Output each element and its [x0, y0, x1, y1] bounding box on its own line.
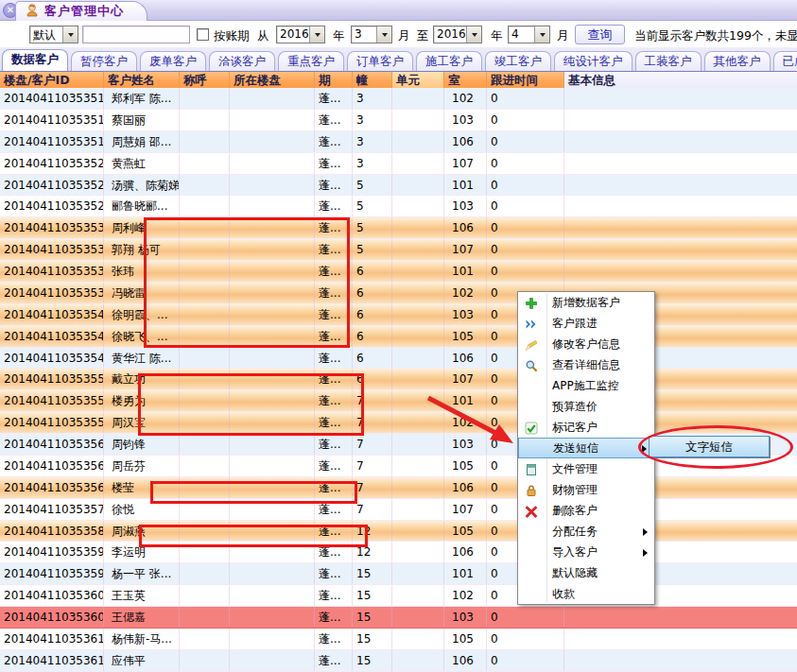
chevron-down-icon[interactable]	[62, 26, 78, 43]
table-row[interactable]: 2014041103536120杨伟新-马...蓬...151050	[0, 629, 797, 650]
chevron-down-icon[interactable]	[534, 26, 549, 43]
menu-item-查看详细信息[interactable]: 查看详细信息	[518, 354, 654, 375]
column-header[interactable]: 客户姓名	[104, 72, 180, 89]
table-row[interactable]: 2014041103535144郑利军 陈...蓬...31020	[0, 88, 797, 110]
column-header[interactable]: 期	[315, 72, 353, 89]
menu-item-导入客户[interactable]: 导入客户	[518, 542, 654, 562]
menu-item-财物管理[interactable]: 财物管理	[518, 479, 654, 500]
table-cell	[230, 196, 315, 216]
menu-item-文件管理[interactable]: 文件管理	[518, 458, 654, 479]
menu-item-label: 导入客户	[552, 545, 598, 559]
to-month-dropdown[interactable]: 4	[508, 26, 550, 43]
table-row[interactable]: 2014041103535210黄燕虹蓬...31070	[0, 153, 797, 175]
menu-item-分配任务[interactable]: 分配任务	[518, 521, 654, 542]
column-header[interactable]: 基本信息	[564, 72, 797, 89]
submenu-item-text-sms[interactable]: 文字短信	[649, 436, 770, 457]
column-header[interactable]: 室	[444, 72, 487, 89]
tab-已成交客户[interactable]: 已成交客户	[773, 51, 797, 71]
from-month-dropdown[interactable]: 3	[351, 26, 392, 43]
menu-item-新增数据客户[interactable]: 新增数据客户	[518, 292, 654, 313]
table-cell	[230, 563, 315, 584]
table-cell: 101	[444, 563, 487, 584]
table-row[interactable]: 2014041103536029王玉英蓬...151020	[0, 585, 797, 607]
table-cell	[564, 88, 797, 109]
chevron-down-icon[interactable]	[309, 26, 324, 43]
tab-施工客户[interactable]: 施工客户	[416, 51, 482, 71]
table-row[interactable]: 2014041103535535楼勇为蓬...71010	[0, 390, 797, 412]
table-row[interactable]: 2014041103535390冯晓雷蓬...61020	[0, 283, 797, 304]
table-cell: 蓬...	[315, 217, 353, 238]
table-row[interactable]: 2014041103535669楼莹蓬...71060	[0, 477, 797, 499]
table-cell	[230, 304, 315, 325]
table-row[interactable]: 2014041103535859周淑燕蓬...121050	[0, 521, 797, 543]
table-cell	[230, 131, 315, 152]
tab-其他客户[interactable]: 其他客户	[704, 51, 771, 71]
table-row[interactable]: 2014041103535985杨一平 张...蓬...151010	[0, 563, 797, 585]
table-cell	[392, 175, 444, 196]
table-cell: 蓬...	[315, 499, 353, 520]
table-row[interactable]: 2014041103535634周岳芬蓬...71050	[0, 456, 797, 477]
table-cell	[392, 369, 444, 389]
table-cell	[180, 434, 230, 455]
menu-item-预算造价[interactable]: 预算造价	[518, 396, 654, 417]
tab-工装客户[interactable]: 工装客户	[635, 51, 702, 71]
chevron-down-icon[interactable]	[466, 26, 481, 43]
tab-洽谈客户[interactable]: 洽谈客户	[209, 51, 275, 71]
table-row[interactable]: 2014041103535705徐悦蓬...71070	[0, 499, 797, 521]
column-header[interactable]: 单元	[392, 72, 444, 89]
menu-item-修改客户信息[interactable]: 修改客户信息	[518, 334, 654, 354]
column-header[interactable]: 跟进时间	[487, 72, 564, 89]
table-row[interactable]: 2014041103535192周慧娟 邵...蓬...31060	[0, 131, 797, 153]
menu-item-发送短信[interactable]: 发送短信	[518, 438, 654, 458]
to-year-dropdown[interactable]: 2016	[433, 26, 482, 43]
table-row[interactable]: 2014041103536167应伟平蓬...151060	[0, 650, 797, 672]
table-row[interactable]: 2014041103535159蔡国丽蓬...31030	[0, 110, 797, 131]
table-row[interactable]: 2014041103535474黄华江 陈...蓬...61060	[0, 348, 797, 370]
column-header[interactable]: 称呼	[180, 72, 230, 89]
search-input[interactable]	[82, 26, 190, 43]
table-row[interactable]: 2014041103535417徐明霞、...蓬...61030	[0, 304, 797, 326]
from-year-dropdown[interactable]: 2016	[276, 26, 325, 43]
tab-暂停客户[interactable]: 暂停客户	[71, 51, 137, 71]
table-row[interactable]: 2014041103535900李运明蓬...121060	[0, 542, 797, 563]
table-row[interactable]: 2014041103535315周利峰蓬...51060	[0, 217, 797, 239]
tab-废单客户[interactable]: 废单客户	[140, 51, 206, 71]
table-row[interactable]: 2014041103535445徐晓飞、...蓬...61050	[0, 326, 797, 348]
table-row[interactable]: 2014041103536074王偲嘉蓬...151030	[0, 607, 797, 629]
table-cell	[564, 110, 797, 130]
menu-item-删除客户[interactable]: 删除客户	[518, 500, 654, 521]
preset-dropdown[interactable]: 默认	[29, 26, 78, 43]
table-cell	[392, 131, 444, 152]
table-cell: 2014041103535229	[0, 175, 104, 196]
table-cell: 蓬...	[315, 131, 353, 152]
menu-item-收款[interactable]: 收款	[518, 583, 654, 604]
menu-item-默认隐藏[interactable]: 默认隐藏	[518, 562, 654, 583]
table-cell: 102	[444, 88, 487, 109]
tab-纯设计客户[interactable]: 纯设计客户	[554, 51, 632, 71]
tab-竣工客户[interactable]: 竣工客户	[485, 51, 551, 71]
table-row[interactable]: 2014041103535270郦鲁晓郦...蓬...51030	[0, 196, 797, 217]
table-cell: 李运明	[104, 542, 180, 562]
column-header[interactable]: 所在楼盘	[230, 72, 315, 89]
add-icon	[525, 296, 538, 309]
table-row[interactable]: 2014041103535504戴立功蓬...61070	[0, 369, 797, 390]
table-row[interactable]: 2014041103535339郭翔 杨可蓬...51070	[0, 239, 797, 261]
chevron-down-icon[interactable]	[376, 26, 391, 43]
by-period-checkbox[interactable]	[197, 28, 209, 41]
column-header[interactable]: 幢	[353, 72, 392, 89]
table-cell: 2014041103535390	[0, 283, 104, 303]
tab-数据客户[interactable]: 数据客户	[2, 49, 68, 71]
table-cell	[230, 261, 315, 282]
menu-item-标记客户[interactable]: 标记客户	[518, 417, 654, 438]
query-button[interactable]: 查询	[575, 25, 625, 44]
table-row[interactable]: 2014041103535229汤骥、陈菊娣蓬...51010	[0, 175, 797, 197]
menu-item-APP施工监控[interactable]: APP施工监控	[518, 375, 654, 396]
tab-订单客户[interactable]: 订单客户	[347, 51, 413, 71]
table-row[interactable]: 2014041103535567周汉宝蓬...71020	[0, 412, 797, 434]
menu-item-客户跟进[interactable]: 客户跟进	[518, 313, 654, 334]
tab-重点客户[interactable]: 重点客户	[278, 51, 344, 71]
preset-dropdown-value: 默认	[30, 26, 62, 43]
column-header[interactable]: 楼盘/客户ID	[0, 72, 104, 89]
status-text: 当前显示客户数共199个，未显示	[634, 28, 797, 44]
table-row[interactable]: 2014041103535364张玮蓬...61010	[0, 261, 797, 283]
